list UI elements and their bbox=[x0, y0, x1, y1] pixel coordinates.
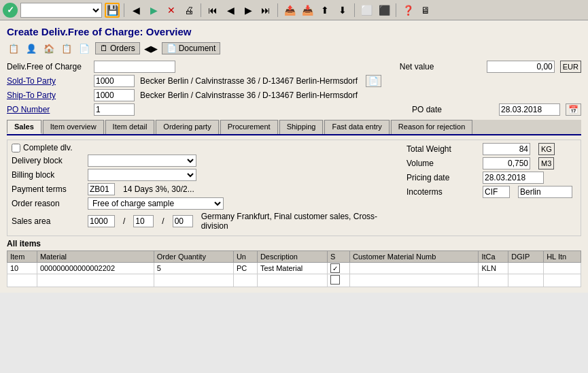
row2-material[interactable] bbox=[37, 274, 154, 287]
nav2-icon[interactable]: 📥 bbox=[300, 3, 315, 18]
volume-unit-badge: M3 bbox=[538, 157, 554, 169]
order-reason-select[interactable]: Free of charge sample bbox=[88, 197, 224, 210]
complete-dlv-label: Complete dlv. bbox=[23, 143, 72, 152]
sales-area-label: Sales area bbox=[12, 216, 80, 226]
row1-s-checkbox[interactable] bbox=[330, 263, 340, 273]
print-icon[interactable]: 🖨 bbox=[181, 3, 196, 18]
incoterms-code-input[interactable] bbox=[483, 186, 510, 198]
form-section: Deliv.Free of Charge Net value EUR Sold-… bbox=[7, 61, 581, 116]
document-button[interactable]: 📄 Document bbox=[162, 42, 221, 54]
toolbar2-clipboard-icon[interactable]: 📋 bbox=[60, 42, 73, 55]
cancel-icon[interactable]: ✕ bbox=[164, 3, 179, 18]
ship-to-input[interactable] bbox=[94, 89, 135, 101]
row1-un: PC bbox=[233, 263, 257, 274]
row1-desc: Test Material bbox=[257, 263, 327, 274]
billing-block-select[interactable] bbox=[88, 169, 196, 181]
sold-to-label[interactable]: Sold-To Party bbox=[7, 76, 88, 86]
toolbar2-extra-icon[interactable]: 📄 bbox=[77, 42, 91, 55]
first-icon[interactable]: ⏮ bbox=[205, 3, 220, 18]
pricing-date-input[interactable] bbox=[483, 172, 544, 184]
delivery-block-select[interactable] bbox=[88, 155, 196, 167]
complete-dlv-checkbox[interactable] bbox=[12, 144, 20, 152]
toolbar2-user-icon[interactable]: 👤 bbox=[24, 42, 38, 55]
sales-area-row: Sales area / / Germany Frankfurt, Final … bbox=[12, 212, 393, 231]
back-icon[interactable]: ◀ bbox=[128, 3, 143, 18]
sales-area-id3[interactable] bbox=[173, 215, 193, 227]
win1-icon[interactable]: ⬜ bbox=[359, 3, 374, 18]
incoterms-label: Incoterms bbox=[407, 187, 474, 197]
sales-area-id1[interactable] bbox=[88, 215, 115, 227]
row1-dgip bbox=[508, 263, 544, 274]
net-value-input[interactable] bbox=[487, 61, 555, 73]
col-customer-material: Customer Material Numb bbox=[350, 251, 479, 263]
deliv-label: Deliv.Free of Charge bbox=[7, 62, 88, 71]
po-date-label: PO date bbox=[412, 105, 494, 114]
tab-item-detail[interactable]: Item detail bbox=[105, 120, 155, 134]
incoterms-place-input[interactable] bbox=[518, 186, 572, 198]
save-icon[interactable]: 💾 bbox=[105, 3, 120, 18]
nav4-icon[interactable]: ⬇ bbox=[335, 3, 350, 18]
check-button[interactable]: ✓ bbox=[3, 3, 18, 18]
row1-customer-material bbox=[350, 263, 479, 274]
po-number-input[interactable] bbox=[94, 103, 135, 116]
total-weight-input[interactable] bbox=[483, 143, 530, 155]
sold-to-detail-icon[interactable]: 📄 bbox=[366, 75, 381, 87]
last-icon[interactable]: ⏭ bbox=[258, 3, 273, 18]
toolbar2-doc-icon[interactable]: 📋 bbox=[7, 42, 20, 55]
next-icon[interactable]: ▶ bbox=[241, 3, 256, 18]
tab-reason-rejection[interactable]: Reason for rejection bbox=[391, 120, 472, 134]
sales-area-id2[interactable] bbox=[133, 215, 154, 227]
toolbar2-home-icon[interactable]: 🏠 bbox=[42, 42, 56, 55]
volume-row: Volume M3 bbox=[407, 157, 576, 169]
tab-item-overview[interactable]: Item overview bbox=[43, 120, 104, 134]
sold-to-address: Becker Berlin / Calvinstrasse 36 / D-134… bbox=[140, 76, 358, 86]
row1-qty: 5 bbox=[154, 263, 233, 274]
po-date-input[interactable] bbox=[499, 103, 560, 116]
command-dropdown[interactable] bbox=[20, 3, 102, 18]
row1-s[interactable] bbox=[327, 263, 349, 274]
tab-shipping[interactable]: Shipping bbox=[279, 120, 324, 134]
tab-sales[interactable]: Sales bbox=[7, 120, 41, 134]
monitor-icon[interactable]: 🖥 bbox=[418, 3, 433, 18]
sales-tab-content: Complete dlv. Delivery block Billing blo… bbox=[7, 140, 581, 236]
nav1-icon[interactable]: 📤 bbox=[282, 3, 297, 18]
document-icon: 📄 bbox=[167, 44, 177, 53]
tab-ordering-party[interactable]: Ordering party bbox=[156, 120, 218, 134]
main-content: Create Deliv.Free of Charge: Overview 📋 … bbox=[0, 20, 588, 293]
row2-item bbox=[7, 274, 37, 287]
incoterms-row: Incoterms bbox=[407, 186, 576, 198]
nav3-icon[interactable]: ⬆ bbox=[317, 3, 332, 18]
row2-customer-material bbox=[350, 274, 479, 287]
tab-fast-data[interactable]: Fast data entry bbox=[324, 120, 389, 134]
volume-input[interactable] bbox=[483, 157, 530, 169]
pricing-date-row: Pricing date bbox=[407, 172, 576, 184]
orders-button[interactable]: 🗒 Orders bbox=[95, 42, 140, 54]
col-description: Description bbox=[257, 251, 327, 263]
ship-to-row: Ship-To Party Becker Berlin / Calvinstra… bbox=[7, 89, 581, 101]
row2-desc bbox=[257, 274, 327, 287]
order-reason-label: Order reason bbox=[12, 199, 80, 208]
total-weight-row: Total Weight KG bbox=[407, 143, 576, 155]
row2-s-checkbox[interactable] bbox=[330, 275, 340, 285]
row1-item: 10 bbox=[7, 263, 37, 274]
po-number-label[interactable]: PO Number bbox=[7, 105, 88, 114]
delivery-block-label: Delivery block bbox=[12, 156, 80, 165]
col-dgip: DGIP bbox=[508, 251, 544, 263]
prev-icon[interactable]: ◀ bbox=[223, 3, 238, 18]
deliv-input[interactable] bbox=[94, 61, 175, 73]
help-icon[interactable]: ❓ bbox=[400, 3, 415, 18]
sold-to-input[interactable] bbox=[94, 75, 135, 87]
tab-procurement[interactable]: Procurement bbox=[220, 120, 278, 134]
complete-dlv-row: Complete dlv. bbox=[12, 143, 393, 152]
payment-terms-code-input[interactable] bbox=[88, 183, 115, 195]
calendar-icon[interactable]: 📅 bbox=[566, 103, 581, 116]
row1-material[interactable]: 000000000000002202 bbox=[37, 263, 154, 274]
row1-itca: KLN bbox=[479, 263, 508, 274]
main-toolbar: ✓ 💾 ◀ ▶ ✕ 🖨 ⏮ ◀ ▶ ⏭ 📤 📥 ⬆ ⬇ ⬜ ⬛ ❓ 🖥 bbox=[0, 0, 588, 20]
row2-s[interactable] bbox=[327, 274, 349, 287]
toolbar2-arrow-icon[interactable]: ◀▶ bbox=[144, 42, 158, 55]
win2-icon[interactable]: ⬛ bbox=[377, 3, 392, 18]
items-table: Item Material Order Quantity Un Descript… bbox=[7, 250, 581, 287]
ship-to-label[interactable]: Ship-To Party bbox=[7, 91, 88, 100]
forward-icon[interactable]: ▶ bbox=[146, 3, 161, 18]
